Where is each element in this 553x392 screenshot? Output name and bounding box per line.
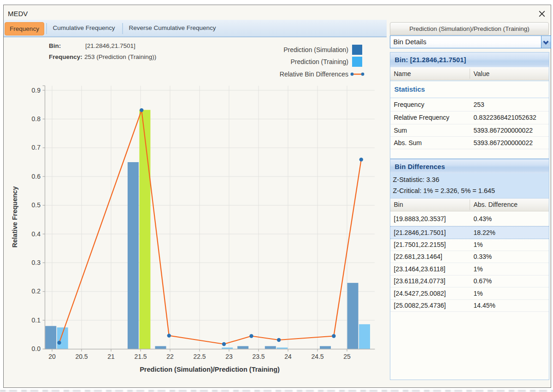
svg-text:0.2: 0.2 — [32, 287, 41, 295]
svg-text:Frequency:: Frequency: — [49, 53, 82, 60]
svg-text:22.5: 22.5 — [193, 353, 206, 360]
svg-text:0.8: 0.8 — [32, 115, 41, 123]
svg-text:23.5: 23.5 — [252, 353, 265, 360]
svg-text:21.5: 21.5 — [134, 353, 147, 360]
svg-text:Prediction (Simulation)/Predic: Prediction (Simulation)/Prediction (Trai… — [140, 366, 280, 373]
svg-text:22: 22 — [166, 353, 174, 360]
svg-text:0.5: 0.5 — [32, 201, 41, 209]
svg-text:20: 20 — [48, 353, 56, 360]
svg-text:Bin:: Bin: — [49, 42, 61, 49]
svg-text:24.5: 24.5 — [311, 353, 324, 360]
svg-text:21: 21 — [107, 353, 115, 360]
svg-text:0.6: 0.6 — [32, 173, 41, 180]
svg-text:0.3: 0.3 — [32, 259, 41, 266]
svg-text:23: 23 — [225, 353, 233, 360]
svg-text:Relative Bin Differences: Relative Bin Differences — [280, 70, 348, 78]
svg-text:0.7: 0.7 — [32, 144, 41, 151]
svg-text:0.0: 0.0 — [32, 345, 41, 352]
svg-text:[21.2846,21.7501]: [21.2846,21.7501] — [85, 42, 135, 49]
svg-text:Prediction (Training): Prediction (Training) — [290, 58, 348, 65]
svg-text:Prediction (Simulation): Prediction (Simulation) — [283, 46, 348, 53]
svg-text:Relative Frequency: Relative Frequency — [11, 187, 18, 248]
svg-text:24: 24 — [284, 353, 292, 360]
svg-text:20.5: 20.5 — [75, 353, 88, 360]
svg-text:0.4: 0.4 — [32, 230, 41, 238]
svg-text:253 (Prediction (Training)): 253 (Prediction (Training)) — [84, 53, 156, 60]
svg-text:0.9: 0.9 — [32, 87, 41, 94]
svg-text:0.1: 0.1 — [32, 316, 41, 324]
svg-text:25: 25 — [343, 353, 351, 360]
